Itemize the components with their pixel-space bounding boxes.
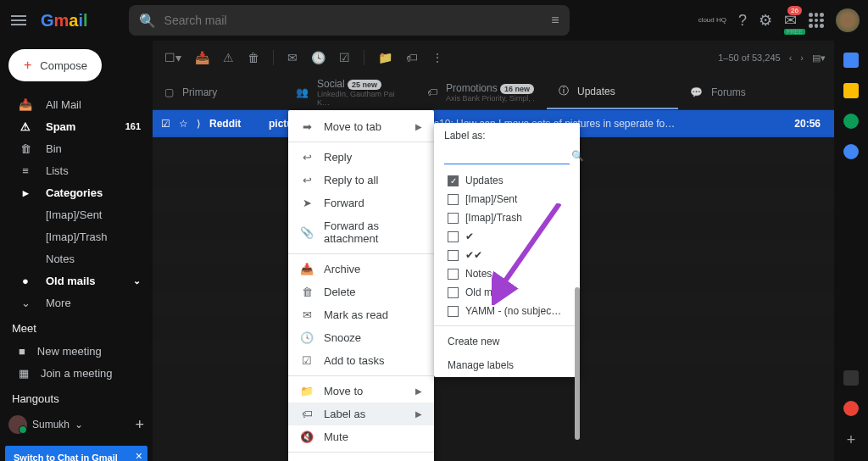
rail-icon-6[interactable] xyxy=(843,401,859,416)
tab[interactable]: 👥Social 25 newLinkedIn, Gautham Pai K… xyxy=(284,75,415,109)
calendar-icon[interactable] xyxy=(843,53,859,68)
sidebar: + Compose 📥All Mail⚠Spam161🗑Bin≡Lists▸Ca… xyxy=(0,41,153,461)
search-bar[interactable]: 🔍 ≡ xyxy=(129,5,570,36)
archive-icon[interactable]: 📥 xyxy=(192,47,213,68)
submenu-arrow-icon: ▶ xyxy=(415,122,422,131)
label-item[interactable]: Old mails xyxy=(434,283,580,302)
page-range: 1–50 of 53,245 xyxy=(718,53,780,63)
settings-icon[interactable]: ⚙ xyxy=(759,11,772,30)
close-icon[interactable]: × xyxy=(136,449,142,461)
submenu-arrow-icon: ▶ xyxy=(415,386,422,396)
label-search-input[interactable] xyxy=(444,150,571,162)
label-icon[interactable]: 🏷 xyxy=(403,47,421,68)
more-icon[interactable]: ⋮ xyxy=(428,47,447,68)
context-item[interactable]: 📥Archive xyxy=(288,258,434,280)
nav-icon: ▸ xyxy=(19,186,32,199)
tab[interactable]: 💬Forums xyxy=(678,75,810,109)
density-icon[interactable]: ▤▾ xyxy=(812,53,826,64)
tab[interactable]: 🏷Promotions 16 newAxis Bank Priority, Si… xyxy=(415,75,547,109)
meet-item[interactable]: ▦Join a meeting xyxy=(0,362,153,384)
context-item[interactable]: 📁Move to▶ xyxy=(288,380,434,403)
avatar[interactable] xyxy=(836,8,860,32)
checkbox-icon[interactable] xyxy=(448,194,459,205)
label-item[interactable]: [Imap]/Sent xyxy=(434,190,580,208)
sidebar-item[interactable]: ⚠Spam161 xyxy=(0,115,153,137)
select-all[interactable]: ☐▾ xyxy=(161,47,185,68)
keep-icon[interactable] xyxy=(843,83,859,98)
sidebar-item[interactable]: ⌄More xyxy=(0,292,153,314)
nav-icon: ⌄ xyxy=(19,297,32,309)
checkbox-icon[interactable] xyxy=(448,231,459,242)
star-icon[interactable]: ☆ xyxy=(179,118,188,130)
cloudhq-icon[interactable]: cloud HQ xyxy=(698,17,726,24)
search-input[interactable] xyxy=(164,14,552,27)
menu-icon[interactable] xyxy=(8,10,29,31)
notification-icon[interactable]: ✉26FREE xyxy=(784,11,797,30)
hangouts-add[interactable]: + xyxy=(135,416,144,434)
sidebar-item[interactable]: [Imap]/Sent xyxy=(0,203,153,225)
delete-icon[interactable]: 🗑 xyxy=(244,47,263,68)
meet-icon: ■ xyxy=(19,345,25,358)
move-icon[interactable]: 📁 xyxy=(375,47,396,68)
context-item[interactable]: ↩Reply to all xyxy=(288,169,434,192)
manage-labels[interactable]: Manage labels xyxy=(434,353,580,377)
tab[interactable]: ▢Primary xyxy=(153,75,284,109)
label-item[interactable]: [Imap]/Trash xyxy=(434,208,580,227)
next-icon[interactable]: › xyxy=(800,53,804,63)
context-item[interactable]: ➡Move to tab▶ xyxy=(288,115,434,138)
sidebar-item[interactable]: ●Old mails⌄ xyxy=(0,269,153,292)
checkbox-icon[interactable] xyxy=(448,250,459,261)
help-icon[interactable]: ? xyxy=(738,12,747,30)
mark-read-icon[interactable]: ✉ xyxy=(284,47,301,68)
add-rail-icon[interactable]: + xyxy=(847,431,856,449)
context-item[interactable]: ↩Reply xyxy=(288,146,434,169)
hangouts-user[interactable]: Sumukh ⌄ + xyxy=(8,415,144,434)
important-icon[interactable]: ⟩ xyxy=(197,118,201,130)
checkbox-icon[interactable]: ✓ xyxy=(448,175,459,186)
scrollbar[interactable] xyxy=(575,287,580,440)
apps-icon[interactable] xyxy=(809,13,824,28)
sidebar-item[interactable]: [Imap]/Trash xyxy=(0,225,153,247)
checkbox-icon[interactable] xyxy=(448,269,459,280)
context-item[interactable]: ➤Forward xyxy=(288,192,434,214)
checkbox-icon[interactable] xyxy=(448,287,459,298)
sidebar-item[interactable]: ≡Lists xyxy=(0,159,153,181)
sidebar-item[interactable]: ▸Categories xyxy=(0,181,153,203)
context-item[interactable]: ✉Mark as read xyxy=(288,303,434,326)
label-item[interactable]: ✔✔ xyxy=(434,246,580,264)
checkbox-icon[interactable]: ☑ xyxy=(161,118,170,130)
sidebar-item[interactable]: Notes xyxy=(0,247,153,269)
label-item[interactable]: ✓Updates xyxy=(434,171,580,190)
context-item[interactable]: 🔇Mute xyxy=(288,425,434,448)
context-item[interactable]: 🔍Find emails from Reddit xyxy=(288,456,434,461)
context-item[interactable]: 📎Forward as attachment xyxy=(288,214,434,250)
meet-item[interactable]: ■New meeting xyxy=(0,340,153,362)
sidebar-item[interactable]: 📥All Mail xyxy=(0,93,153,115)
rail-icon-5[interactable] xyxy=(843,370,859,386)
prev-icon[interactable]: ‹ xyxy=(789,53,793,63)
side-rail: + xyxy=(834,41,868,461)
context-item[interactable]: 🏷Label as▶ xyxy=(288,403,434,425)
gmail-logo[interactable]: Gmail xyxy=(41,11,88,31)
tasks-rail-icon[interactable] xyxy=(843,114,859,129)
context-item[interactable]: 🗑Delete xyxy=(288,280,434,303)
context-item[interactable]: 🕓Snooze xyxy=(288,326,434,349)
create-label[interactable]: Create new xyxy=(434,330,580,353)
chat-banner[interactable]: × Switch to Chat in Gmail Hangouts will … xyxy=(5,446,147,461)
checkbox-icon[interactable] xyxy=(448,306,459,317)
sidebar-item[interactable]: 🗑Bin xyxy=(0,137,153,159)
tune-icon[interactable]: ≡ xyxy=(551,13,559,28)
label-item[interactable]: Notes xyxy=(434,264,580,283)
snooze-icon[interactable]: 🕓 xyxy=(308,47,329,68)
label-search[interactable]: 🔍 xyxy=(444,148,570,164)
checkbox-icon[interactable] xyxy=(448,213,459,224)
tab[interactable]: ⓘUpdates xyxy=(547,75,678,109)
label-item[interactable]: YAMM - (no subjec… xyxy=(434,302,580,320)
tasks-icon[interactable]: ☑ xyxy=(336,47,353,68)
spam-icon[interactable]: ⚠ xyxy=(220,47,237,68)
contacts-icon[interactable] xyxy=(843,144,859,159)
tab-icon: 💬 xyxy=(690,86,703,98)
compose-button[interactable]: + Compose xyxy=(8,49,102,81)
label-item[interactable]: ✔ xyxy=(434,227,580,246)
context-item[interactable]: ☑Add to tasks xyxy=(288,349,434,372)
